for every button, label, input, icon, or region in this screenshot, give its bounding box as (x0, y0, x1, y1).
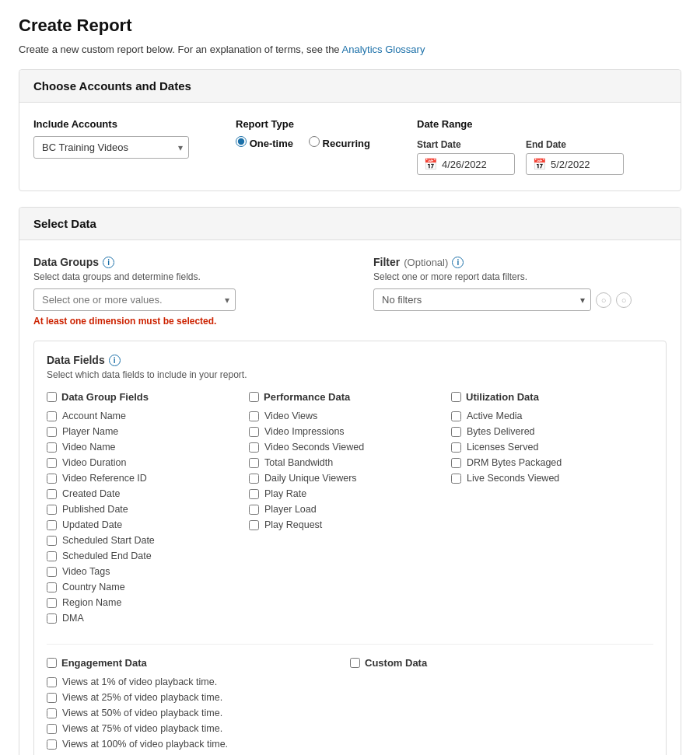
list-item: Account Name (47, 411, 241, 421)
player-name-checkbox[interactable] (47, 427, 57, 437)
performance-col-header: Performance Data (249, 391, 443, 403)
group-fields-select-all[interactable] (47, 392, 57, 402)
filter-select[interactable]: No filters (373, 288, 591, 311)
bytes-delivered-checkbox[interactable] (451, 427, 461, 437)
video-reference-id-checkbox[interactable] (47, 474, 57, 484)
views-50pct-checkbox[interactable] (47, 708, 57, 718)
engagement-select-all[interactable] (47, 658, 57, 668)
views-50pct-label: Views at 50% of video playback time. (62, 708, 222, 718)
play-rate-label: Play Rate (264, 488, 306, 499)
video-tags-label: Video Tags (62, 566, 110, 577)
performance-select-all[interactable] (249, 392, 259, 402)
play-request-checkbox[interactable] (249, 520, 259, 530)
list-item: Views at 100% of video playback time. (47, 739, 342, 750)
include-accounts-select[interactable]: BC Training Videos (33, 136, 189, 159)
end-date-input[interactable] (551, 159, 617, 170)
live-seconds-viewed-checkbox[interactable] (451, 474, 461, 484)
views-1pct-checkbox[interactable] (47, 677, 57, 687)
data-groups-input[interactable] (33, 288, 236, 311)
scheduled-start-date-checkbox[interactable] (47, 536, 57, 546)
custom-select-all[interactable] (350, 658, 360, 668)
section1-header: Choose Accounts and Dates (19, 70, 681, 103)
region-name-checkbox[interactable] (47, 598, 57, 608)
video-name-checkbox[interactable] (47, 442, 57, 453)
include-accounts-select-wrapper: BC Training Videos (33, 136, 189, 159)
views-75pct-checkbox[interactable] (47, 724, 57, 734)
published-date-checkbox[interactable] (47, 505, 57, 515)
filter-col: Filter (Optional) i Select one or more r… (373, 256, 667, 327)
report-type-recurring-radio[interactable] (309, 136, 320, 147)
date-range-group: Date Range Start Date 📅 End Date 📅 (417, 118, 624, 175)
end-date-field: End Date 📅 (526, 139, 624, 175)
video-views-checkbox[interactable] (249, 411, 259, 421)
group-fields-col-label: Data Group Fields (61, 391, 149, 403)
video-impressions-checkbox[interactable] (249, 427, 259, 437)
list-item: Total Bandwidth (249, 457, 443, 468)
report-type-label: Report Type (236, 118, 370, 130)
custom-col: Custom Data (350, 657, 653, 755)
section2-header: Select Data (19, 208, 681, 240)
filter-select-wrapper: No filters (373, 288, 591, 311)
video-duration-label: Video Duration (62, 457, 126, 468)
country-name-checkbox[interactable] (47, 582, 57, 592)
start-date-input[interactable] (442, 159, 508, 170)
list-item: Video Duration (47, 457, 241, 468)
views-100pct-checkbox[interactable] (47, 739, 57, 750)
drm-bytes-packaged-label: DRM Bytes Packaged (467, 457, 562, 468)
group-fields-col: Data Group Fields Account Name Player Na… (47, 391, 249, 628)
player-load-checkbox[interactable] (249, 505, 259, 515)
utilization-select-all[interactable] (451, 392, 461, 402)
data-groups-info-icon: i (103, 257, 114, 268)
dma-checkbox[interactable] (47, 613, 57, 624)
list-item: Updated Date (47, 519, 241, 530)
account-name-label: Account Name (62, 411, 126, 421)
video-seconds-viewed-label: Video Seconds Viewed (264, 442, 364, 453)
total-bandwidth-checkbox[interactable] (249, 458, 259, 468)
play-rate-checkbox[interactable] (249, 489, 259, 499)
scheduled-end-date-label: Scheduled End Date (62, 551, 152, 561)
filter-row: No filters ○ ○ (373, 288, 667, 311)
created-date-checkbox[interactable] (47, 489, 57, 499)
video-seconds-viewed-checkbox[interactable] (249, 442, 259, 453)
end-date-label: End Date (526, 139, 624, 150)
video-tags-checkbox[interactable] (47, 567, 57, 577)
choose-accounts-dates-section: Choose Accounts and Dates Include Accoun… (19, 69, 681, 191)
report-type-onetime[interactable]: One-time (236, 136, 293, 149)
list-item: Scheduled End Date (47, 551, 241, 561)
list-item: Views at 75% of video playback time. (47, 723, 342, 734)
engagement-col-header: Engagement Data (47, 657, 342, 669)
list-item: Video Tags (47, 566, 241, 577)
updated-date-checkbox[interactable] (47, 520, 57, 530)
dma-label: DMA (62, 613, 84, 624)
filter-optional-label: (Optional) (404, 257, 448, 268)
data-fields-section: Data Fields i Select which data fields t… (33, 341, 667, 755)
video-reference-id-label: Video Reference ID (62, 473, 147, 484)
start-date-field: Start Date 📅 (417, 139, 515, 175)
daily-unique-viewers-checkbox[interactable] (249, 474, 259, 484)
live-seconds-viewed-label: Live Seconds Viewed (467, 473, 559, 484)
start-date-label: Start Date (417, 139, 515, 150)
custom-col-label: Custom Data (365, 657, 427, 669)
data-groups-select-wrapper (33, 288, 236, 311)
list-item: Video Impressions (249, 426, 443, 437)
account-name-checkbox[interactable] (47, 411, 57, 421)
video-duration-checkbox[interactable] (47, 458, 57, 468)
views-25pct-checkbox[interactable] (47, 693, 57, 703)
custom-col-header: Custom Data (350, 657, 646, 669)
video-name-label: Video Name (62, 442, 116, 453)
active-media-checkbox[interactable] (451, 411, 461, 421)
analytics-glossary-link[interactable]: Analytics Glossary (342, 44, 425, 55)
scheduled-start-date-label: Scheduled Start Date (62, 535, 155, 546)
filter-edit-icon[interactable]: ○ (596, 292, 611, 308)
intro-text: Create a new custom report below. For an… (19, 44, 681, 55)
report-type-recurring[interactable]: Recurring (309, 136, 370, 149)
scheduled-end-date-checkbox[interactable] (47, 551, 57, 561)
filter-info-icon: i (452, 257, 464, 268)
drm-bytes-packaged-checkbox[interactable] (451, 458, 461, 468)
utilization-col-label: Utilization Data (466, 391, 539, 403)
data-fields-sublabel: Select which data fields to include in y… (47, 369, 653, 380)
licenses-served-checkbox[interactable] (451, 442, 461, 453)
list-item: Video Seconds Viewed (249, 442, 443, 453)
filter-remove-icon[interactable]: ○ (616, 292, 632, 308)
report-type-onetime-radio[interactable] (236, 136, 247, 147)
